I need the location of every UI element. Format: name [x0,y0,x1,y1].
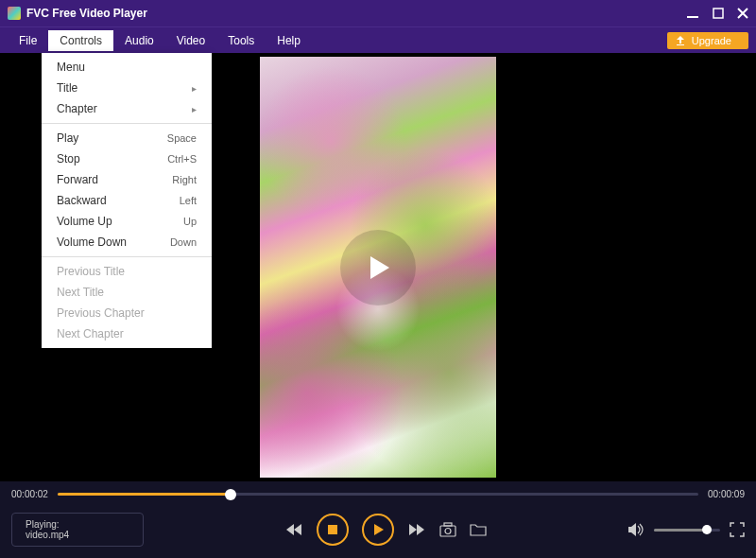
dd-backward[interactable]: BackwardLeft [42,190,212,211]
dropdown-separator [42,123,212,124]
current-time: 00:00:02 [11,489,48,499]
playing-label: Playing: [26,519,129,530]
now-playing-box: Playing: video.mp4 [11,513,144,547]
dd-volume-up[interactable]: Volume UpUp [42,211,212,232]
menubar: File Controls Audio Video Tools Help Upg… [0,26,756,53]
seek-fill [58,493,231,496]
rewind-button[interactable] [284,522,303,537]
menu-video[interactable]: Video [165,30,216,51]
fast-forward-button[interactable] [407,522,426,537]
menu-file[interactable]: File [8,30,48,51]
dd-next-chapter: Next Chapter [42,323,212,344]
minimize-button[interactable] [686,7,699,20]
stop-icon [327,524,338,535]
dd-forward[interactable]: ForwardRight [42,169,212,190]
stop-button[interactable] [317,514,349,546]
total-time: 00:00:09 [708,489,745,499]
volume-thumb[interactable] [702,525,712,534]
play-overlay-button[interactable] [340,230,416,305]
upload-icon [675,35,686,46]
svg-rect-1 [713,9,723,18]
video-frame [260,57,496,478]
play-icon [359,249,397,287]
dd-chapter[interactable]: Chapter▸ [42,98,212,119]
dd-previous-chapter: Previous Chapter [42,303,212,323]
dd-play[interactable]: PlaySpace [42,128,212,148]
dd-stop[interactable]: StopCtrl+S [42,148,212,169]
upgrade-label: Upgrade [692,35,731,46]
dd-previous-title: Previous Title [42,261,212,282]
dropdown-separator [42,256,212,257]
titlebar: FVC Free Video Player [0,0,756,26]
close-button[interactable] [737,8,748,19]
svg-rect-2 [328,525,337,534]
menu-audio[interactable]: Audio [113,30,165,51]
chevron-right-icon: ▸ [192,104,197,114]
maximize-button[interactable] [713,8,724,19]
svg-point-4 [445,529,451,534]
menu-tools[interactable]: Tools [216,30,266,51]
volume-slider[interactable] [654,529,720,532]
dd-menu[interactable]: Menu [42,57,212,78]
app-title: FVC Free Video Player [26,7,686,20]
speaker-icon [627,522,644,537]
app-logo-icon [8,7,21,20]
play-button[interactable] [362,514,394,546]
dd-title[interactable]: Title▸ [42,78,212,98]
svg-rect-3 [440,526,455,536]
volume-fill [654,529,707,532]
playing-filename: video.mp4 [26,530,129,540]
transport-controls [284,514,487,546]
fullscreen-icon [730,522,745,537]
dd-volume-down[interactable]: Volume DownDown [42,232,212,253]
snapshot-button[interactable] [439,522,456,537]
svg-rect-5 [444,523,452,526]
folder-icon [470,522,487,537]
upgrade-button[interactable]: Upgrade [667,32,748,49]
seek-thumb[interactable] [225,489,236,500]
dd-next-title: Next Title [42,282,212,303]
svg-rect-0 [687,16,698,18]
open-file-button[interactable] [470,522,487,537]
fullscreen-button[interactable] [730,522,745,537]
controls-dropdown: Menu Title▸ Chapter▸ PlaySpace StopCtrl+… [42,53,212,348]
right-controls [627,522,745,537]
chevron-right-icon: ▸ [192,83,197,94]
volume-button[interactable] [627,522,644,537]
camera-icon [439,522,456,537]
play-icon [371,523,385,536]
menu-controls[interactable]: Controls [48,30,113,51]
menu-help[interactable]: Help [266,30,312,51]
controls-area: 00:00:02 00:00:09 Playing: video.mp4 [0,481,756,558]
seek-bar[interactable] [58,493,698,496]
